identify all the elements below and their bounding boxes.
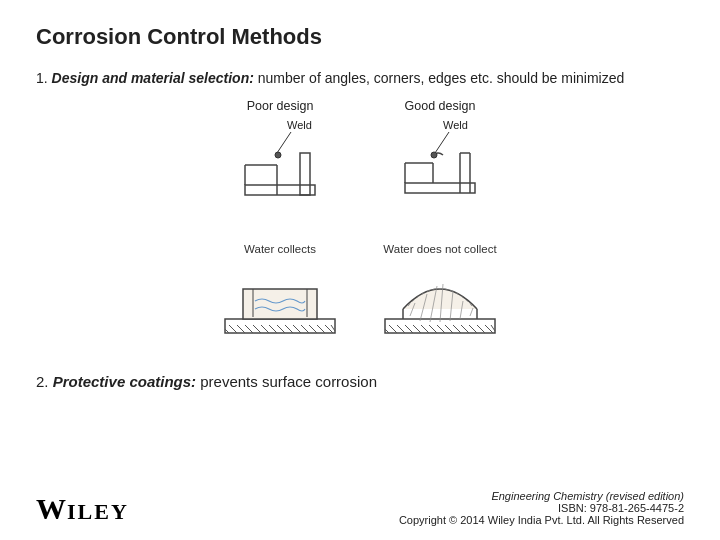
svg-line-14 [269,325,277,333]
svg-line-20 [317,325,325,333]
page: Corrosion Control Methods 1. Design and … [0,0,720,540]
footer-isbn: ISBN: 978-81-265-4475-2 [399,502,684,514]
point-2-prefix: 2. [36,373,53,390]
svg-text:Weld: Weld [443,119,468,131]
svg-line-38 [389,325,397,333]
svg-line-45 [445,325,453,333]
svg-line-46 [453,325,461,333]
good-design-group: Good design Weld [375,99,505,349]
svg-line-44 [437,325,445,333]
svg-line-49 [477,325,485,333]
diagrams-row: Poor design Weld [36,99,684,349]
point-2: 2. Protective coatings: prevents surface… [36,371,684,394]
svg-rect-1 [245,185,315,195]
svg-point-32 [431,152,437,158]
good-design-label: Good design [405,99,476,113]
svg-line-60 [470,308,473,316]
wiley-w: W [36,492,67,525]
svg-line-42 [421,325,429,333]
poor-weld-diagram: Poor design Weld [215,99,345,225]
svg-line-27 [435,132,449,153]
svg-line-47 [461,325,469,333]
svg-line-12 [253,325,261,333]
svg-line-10 [237,325,245,333]
good-weld-diagram: Good design Weld [375,99,505,225]
wiley-logo: WILEY [36,492,129,526]
footer: Engineering Chemistry (revised edition) … [399,490,684,526]
svg-line-39 [397,325,405,333]
point-1: 1. Design and material selection: number… [36,68,684,89]
svg-line-15 [277,325,285,333]
svg-line-43 [429,325,437,333]
point-1-prefix: 1. [36,70,52,86]
point-2-bolditalic: Protective coatings: [53,373,196,390]
footer-copyright: Copyright © 2014 Wiley India Pvt. Ltd. A… [399,514,684,526]
svg-line-17 [293,325,301,333]
water-not-collect-svg [375,259,505,349]
page-title: Corrosion Control Methods [36,24,684,50]
svg-line-13 [261,325,269,333]
svg-line-0 [277,132,291,153]
footer-book-title: Engineering Chemistry (revised edition) [399,490,684,502]
svg-line-16 [285,325,293,333]
water-collects-label: Water collects [244,243,316,255]
point-1-text: number of angles, corners, edges etc. sh… [254,70,624,86]
svg-point-3 [275,152,281,158]
poor-weld-text: Weld [287,119,312,131]
water-collects-diagram: Water collects [215,243,345,349]
svg-line-41 [413,325,421,333]
good-weld-svg: Weld [375,115,505,225]
svg-line-40 [405,325,413,333]
svg-line-11 [245,325,253,333]
svg-line-48 [469,325,477,333]
svg-line-19 [309,325,317,333]
poor-weld-svg: Weld [215,115,345,225]
point-1-bolditalic: Design and material selection: [52,70,254,86]
water-does-not-collect-diagram: Water does not collect [375,243,505,349]
svg-rect-2 [300,153,310,195]
water-not-collect-label: Water does not collect [383,243,496,255]
poor-design-group: Poor design Weld [215,99,345,349]
wiley-text: ILEY [67,499,129,524]
svg-line-18 [301,325,309,333]
water-collects-svg [215,259,345,349]
svg-rect-28 [405,183,475,193]
poor-design-label: Poor design [247,99,314,113]
svg-line-9 [229,325,237,333]
svg-rect-23 [243,289,317,319]
point-2-text: prevents surface corrosion [196,373,377,390]
